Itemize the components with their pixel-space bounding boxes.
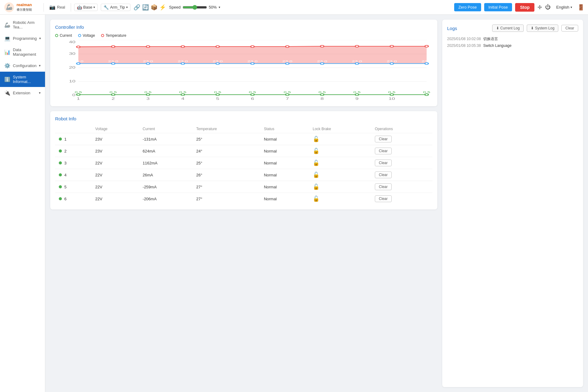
- mode-selector[interactable]: 📷 Real: [47, 3, 68, 11]
- arm-tip-selector[interactable]: 🔧 Arm_Tip ▾: [101, 4, 130, 11]
- icon-3[interactable]: 📦: [151, 4, 157, 11]
- cell-current: 624mA: [139, 145, 193, 157]
- main-content: Controller Info Current Voltage Temperat…: [45, 15, 588, 392]
- cell-operations: Clear: [371, 157, 432, 169]
- system-log-button[interactable]: ⬇ System Log: [527, 24, 558, 32]
- row-id: 3: [64, 161, 66, 165]
- svg-point-27: [146, 63, 150, 65]
- svg-text:0.5: 0.5: [144, 91, 152, 94]
- stop-button[interactable]: Stop: [515, 3, 534, 12]
- sidebar-item-system-information[interactable]: ℹ️ System Informat...: [0, 72, 45, 87]
- cell-voltage: 22V: [92, 193, 139, 205]
- log-message: 切换语言: [483, 37, 498, 41]
- cell-voltage: 23V: [92, 133, 139, 145]
- svg-text:35.6: 35.6: [178, 43, 188, 46]
- logs-header: Logs ⬇ Current Log ⬇ System Log Clear: [447, 24, 578, 32]
- svg-point-32: [320, 63, 324, 65]
- svg-text:35.7: 35.7: [387, 42, 397, 45]
- svg-text:5: 5: [216, 97, 219, 100]
- crosshair-icon[interactable]: ✛: [537, 4, 542, 11]
- icon-4[interactable]: ⚡: [159, 4, 166, 11]
- sidebar-item-data-management[interactable]: 📊 Data Management: [0, 44, 45, 60]
- chevron-down-icon-3: ▾: [219, 6, 220, 9]
- svg-text:0.5: 0.5: [75, 91, 82, 94]
- logo-icon: 🦾: [4, 2, 15, 13]
- clear-row-button[interactable]: Clear: [375, 160, 392, 166]
- zero-pose-button[interactable]: Zero Pose: [454, 3, 481, 11]
- cell-temperature: 27°: [193, 181, 260, 193]
- svg-text:35.7: 35.7: [352, 42, 362, 45]
- svg-text:7: 7: [286, 97, 289, 100]
- svg-text:0.5: 0.5: [318, 91, 326, 94]
- clear-row-button[interactable]: Clear: [375, 136, 392, 142]
- svg-text:23.0: 23.0: [247, 60, 258, 63]
- divider-2: [71, 3, 71, 12]
- system-log-label: System Log: [535, 26, 554, 30]
- clear-row-button[interactable]: Clear: [375, 172, 392, 178]
- current-log-button[interactable]: ⬇ Current Log: [492, 24, 524, 32]
- row-id: 4: [64, 173, 66, 177]
- svg-point-42: [285, 46, 289, 47]
- cell-index: 2: [55, 145, 92, 157]
- svg-point-28: [181, 63, 184, 65]
- col-temperature: Temperature: [193, 125, 260, 133]
- svg-point-40: [216, 46, 219, 47]
- sidebar-label-programming: Programming: [13, 36, 37, 41]
- speed-value: 50%: [209, 5, 217, 9]
- cell-status: Normal: [260, 169, 309, 181]
- clear-row-button[interactable]: Clear: [375, 183, 392, 190]
- arm-tip-label: Arm_Tip: [110, 5, 125, 9]
- svg-text:6: 6: [251, 97, 254, 100]
- status-indicator: [59, 197, 62, 200]
- cell-current: -206mA: [139, 193, 193, 205]
- icon-1[interactable]: 🔗: [134, 4, 140, 11]
- robot-info-title: Robot Info: [55, 116, 432, 121]
- left-panel: Controller Info Current Voltage Temperat…: [50, 20, 437, 387]
- initial-pose-button[interactable]: Initial Pose: [484, 3, 512, 11]
- svg-text:30: 30: [69, 52, 75, 55]
- robot-info-card: Robot Info Voltage Current Temperature S…: [50, 111, 437, 209]
- sidebar-label-system: System Informat...: [13, 75, 41, 84]
- cell-lock-brake: 🔓: [309, 193, 371, 205]
- svg-text:0.5: 0.5: [214, 91, 221, 94]
- base-label: Base: [83, 5, 92, 9]
- status-indicator: [59, 138, 62, 141]
- language-label: English: [556, 5, 569, 9]
- language-selector[interactable]: English ▾: [554, 4, 575, 11]
- svg-point-37: [111, 46, 115, 47]
- svg-text:🦾: 🦾: [6, 4, 13, 10]
- svg-point-24: [425, 94, 428, 96]
- svg-text:0.5: 0.5: [284, 91, 291, 94]
- sidebar-item-robotic-arm-tea[interactable]: 🦾 Robotic Arm Tea...: [0, 17, 45, 32]
- icon-2[interactable]: 🔄: [142, 4, 149, 11]
- sidebar-item-extension[interactable]: 🔌 Extension ▾: [0, 87, 45, 99]
- power-icon[interactable]: ⏻: [545, 4, 551, 10]
- row-id: 6: [64, 197, 66, 201]
- controller-info-card: Controller Info Current Voltage Temperat…: [50, 20, 437, 106]
- svg-point-19: [251, 94, 254, 96]
- table-row: 4 22V 26mA 26° Normal 🔓 Clear: [55, 169, 432, 181]
- table-row: 1 23V -131mA 25° Normal 🔓 Clear: [55, 133, 432, 145]
- clear-row-button[interactable]: Clear: [375, 195, 392, 202]
- svg-text:23.0: 23.0: [108, 60, 119, 63]
- svg-point-17: [181, 94, 184, 96]
- legend-current-label: Current: [60, 33, 72, 38]
- logo: 🦾 realman睿尔曼智能: [4, 2, 40, 13]
- base-selector[interactable]: 🤖 Base ▾: [74, 4, 98, 11]
- logout-icon[interactable]: 🚪: [578, 4, 584, 11]
- svg-text:23.0: 23.0: [387, 60, 397, 63]
- sidebar-item-programming[interactable]: 💻 Programming ▾: [0, 32, 45, 44]
- lock-icon: 🔓: [313, 160, 319, 166]
- cell-current: -259mA: [139, 181, 193, 193]
- topbar: 🦾 realman睿尔曼智能 📷 Real 🤖 Base ▾ 🔧 Arm_Tip…: [0, 0, 588, 15]
- table-row: 3 22V 1162mA 25° Normal 🔓 Clear: [55, 157, 432, 169]
- clear-row-button[interactable]: Clear: [375, 148, 392, 154]
- speed-slider[interactable]: [183, 5, 207, 10]
- cell-index: 5: [55, 181, 92, 193]
- sidebar-item-configuration[interactable]: ⚙️ Configuration ▾: [0, 60, 45, 72]
- cell-current: 1162mA: [139, 157, 193, 169]
- sidebar-label-data: Data Management: [13, 47, 41, 57]
- svg-point-20: [285, 94, 289, 96]
- logs-clear-button[interactable]: Clear: [561, 25, 578, 32]
- mode-label: Real: [57, 5, 65, 9]
